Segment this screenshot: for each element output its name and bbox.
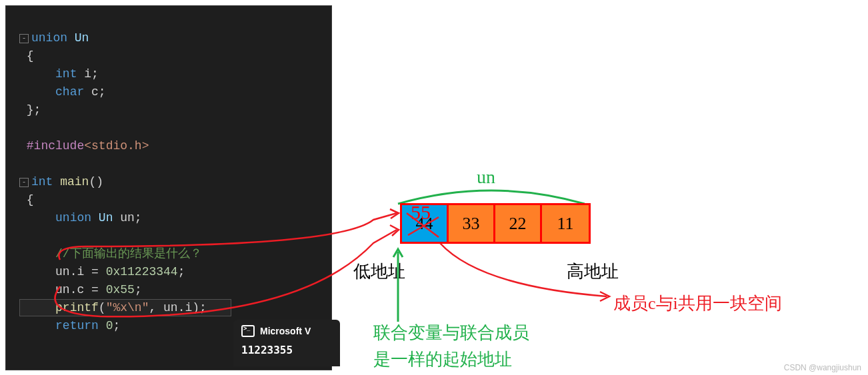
mem-cell-3: 11 — [542, 205, 589, 242]
fmt-str: "%x\n" — [106, 301, 149, 314]
fn-main: main — [53, 175, 89, 188]
memory-diagram: un 44 33 22 11 55 低地址 高地址 联合变量与联合成员 是一样的… — [333, 0, 867, 375]
var-c: c; — [84, 85, 105, 99]
green-line1: 联合变量与联合成员 — [373, 323, 529, 342]
brace-open: { — [27, 49, 34, 63]
console-window: Microsoft V 11223355 — [233, 320, 340, 366]
semi2: ; — [135, 283, 142, 296]
directive-include: #include — [27, 139, 84, 153]
var-un: un; — [113, 211, 141, 224]
comment: //下面输出的结果是什么？ — [55, 247, 202, 260]
kw-union2: union — [55, 211, 91, 224]
editor-gutter — [6, 6, 14, 370]
strikethrough-44 — [405, 212, 442, 238]
type-un2: Un — [91, 211, 113, 224]
console-titlebar: Microsoft V — [233, 320, 340, 340]
console-output: 11223355 — [233, 340, 340, 360]
kw-union: union — [31, 31, 67, 45]
type-un: Un — [67, 31, 89, 45]
console-title: Microsoft V — [260, 326, 311, 336]
green-arrow-up — [397, 245, 399, 322]
num-1: 0x11223344 — [106, 265, 178, 278]
mem-cell-2: 22 — [495, 205, 542, 242]
fold-icon[interactable]: - — [19, 34, 29, 43]
var-i: i; — [77, 67, 98, 81]
mem-cell-1: 33 — [449, 205, 495, 242]
watermark: CSDN @wangjiushun — [784, 363, 861, 372]
semi1: ; — [178, 265, 185, 278]
terminal-icon — [241, 325, 255, 337]
ret-val: 0 — [99, 319, 113, 332]
kw-int2: int — [31, 175, 53, 188]
header-stdio: <stdio.h> — [84, 139, 149, 153]
printf-args: , un.i); — [149, 301, 206, 314]
stmt-unc: un.c = — [55, 283, 106, 296]
green-line2: 是一样的起始地址 — [373, 350, 512, 369]
paren: () — [89, 175, 103, 188]
red-annotation: 成员c与i共用一块空间 — [613, 292, 782, 315]
num-2: 0x55 — [106, 283, 135, 296]
brace-close: }; — [27, 103, 41, 117]
semi3: ; — [113, 319, 120, 332]
kw-int: int — [55, 67, 77, 81]
fn-printf: printf — [55, 301, 99, 314]
code-content: -union Un { int i; char c; }; #include<s… — [19, 11, 329, 335]
code-editor-pane: -union Un { int i; char c; }; #include<s… — [5, 5, 332, 370]
kw-char: char — [55, 85, 84, 99]
stmt-uni: un.i = — [55, 265, 106, 278]
brace-open2: { — [27, 193, 34, 206]
green-annotation: 联合变量与联合成员 是一样的起始地址 — [373, 320, 529, 373]
fold-icon[interactable]: - — [19, 178, 29, 187]
kw-return: return — [55, 319, 99, 332]
label-high-address: 高地址 — [567, 260, 619, 283]
